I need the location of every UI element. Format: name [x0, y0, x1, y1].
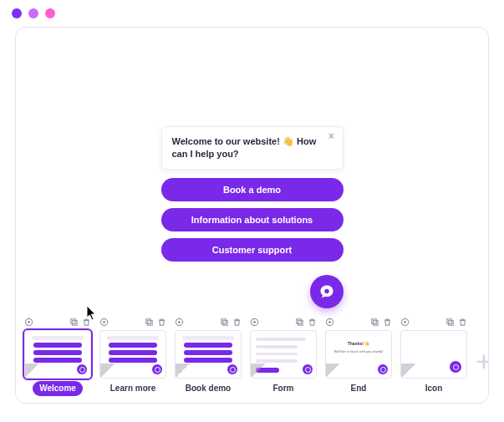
svg-rect-14 [297, 318, 302, 323]
thumb-label[interactable]: End [337, 381, 380, 396]
svg-rect-18 [372, 318, 377, 323]
thumb-tools [99, 316, 166, 328]
trash-icon[interactable] [82, 318, 91, 327]
mini-launcher-icon [450, 361, 461, 373]
duplicate-icon[interactable] [69, 318, 79, 327]
target-icon[interactable] [250, 318, 259, 327]
svg-point-21 [404, 321, 406, 323]
thumb-col: Welcome [24, 316, 91, 396]
svg-rect-15 [298, 320, 303, 325]
target-icon[interactable] [400, 318, 410, 327]
mini-end-title: Thanks! 👋 [348, 341, 370, 346]
target-icon[interactable] [175, 318, 184, 327]
window-dot [28, 8, 38, 18]
window-dot [12, 8, 22, 18]
thumb-label[interactable]: Icon [412, 381, 456, 396]
target-icon[interactable] [325, 318, 334, 327]
thumb-tools [400, 316, 467, 328]
svg-point-9 [178, 321, 181, 323]
mini-launcher-icon [152, 364, 162, 374]
titlebar [0, 0, 504, 27]
thumb-tools [250, 316, 317, 328]
mini-launcher-icon [227, 364, 237, 374]
mini-end-sub: We'll be in touch with you shortly! [334, 349, 384, 353]
svg-point-5 [103, 321, 105, 323]
thumb-end[interactable]: Thanks! 👋 We'll be in touch with you sho… [325, 330, 392, 379]
close-icon[interactable]: × [326, 130, 338, 142]
thumbnail-strip: Welcome [16, 313, 488, 403]
canvas: × Welcome to our website! 👋 How can I he… [16, 28, 488, 313]
duplicate-icon[interactable] [145, 318, 154, 327]
target-icon[interactable] [99, 318, 109, 327]
option-customer-support[interactable]: Customer support [161, 238, 344, 262]
wave-emoji: 👋 [283, 135, 294, 148]
thumb-learn-more[interactable] [99, 330, 166, 379]
thumb-form[interactable] [250, 330, 317, 379]
duplicate-icon[interactable] [445, 318, 455, 327]
add-slide-button[interactable]: + [476, 328, 489, 394]
thumb-tools [24, 316, 91, 328]
thumb-welcome[interactable] [24, 330, 91, 379]
trash-icon[interactable] [232, 318, 242, 327]
editor-frame: × Welcome to our website! 👋 How can I he… [15, 27, 489, 404]
svg-rect-19 [374, 320, 379, 325]
duplicate-icon[interactable] [295, 318, 304, 327]
option-info-solutions[interactable]: Information about solutions [161, 208, 344, 231]
welcome-text-prefix: Welcome to our website! [172, 136, 283, 146]
svg-rect-11 [223, 320, 228, 325]
svg-rect-23 [449, 320, 454, 325]
thumb-tools [175, 316, 242, 328]
svg-rect-6 [146, 318, 151, 323]
svg-rect-22 [447, 318, 452, 323]
svg-rect-7 [148, 320, 153, 325]
thumb-col: Form [250, 316, 317, 396]
svg-point-17 [328, 321, 331, 323]
svg-rect-2 [71, 318, 76, 323]
trash-icon[interactable] [383, 318, 392, 327]
target-icon[interactable] [24, 318, 33, 327]
thumb-tools [325, 316, 392, 328]
thumb-label[interactable]: Form [262, 381, 305, 396]
trash-icon[interactable] [157, 318, 166, 327]
trash-icon[interactable] [308, 318, 317, 327]
app-window: × Welcome to our website! 👋 How can I he… [0, 0, 504, 422]
window-dot [45, 8, 55, 18]
thumb-icon[interactable] [400, 330, 467, 379]
svg-point-13 [253, 321, 256, 323]
thumb-col: Icon [400, 316, 467, 396]
duplicate-icon[interactable] [370, 318, 379, 327]
thumb-label[interactable]: Welcome [33, 381, 83, 396]
thumb-label[interactable]: Learn more [104, 381, 162, 396]
mini-launcher-icon [77, 364, 87, 374]
mini-launcher-icon [378, 364, 388, 374]
chat-launcher[interactable] [310, 275, 344, 308]
mini-launcher-icon [303, 364, 313, 374]
svg-point-1 [28, 321, 30, 323]
chat-bubble-icon [318, 283, 335, 300]
thumb-book-demo[interactable] [175, 330, 242, 379]
chat-widget: × Welcome to our website! 👋 How can I he… [161, 126, 344, 308]
thumb-col: Learn more [99, 316, 166, 396]
thumb-col: Thanks! 👋 We'll be in touch with you sho… [325, 316, 392, 396]
thumb-label[interactable]: Book demo [179, 381, 237, 396]
trash-icon[interactable] [458, 318, 467, 327]
duplicate-icon[interactable] [220, 318, 229, 327]
thumb-col: Book demo [175, 316, 242, 396]
svg-rect-3 [73, 320, 78, 325]
svg-rect-10 [221, 318, 227, 323]
welcome-bubble: × Welcome to our website! 👋 How can I he… [161, 126, 344, 170]
option-list: Book a demo Information about solutions … [161, 178, 344, 262]
option-book-demo[interactable]: Book a demo [161, 178, 344, 201]
